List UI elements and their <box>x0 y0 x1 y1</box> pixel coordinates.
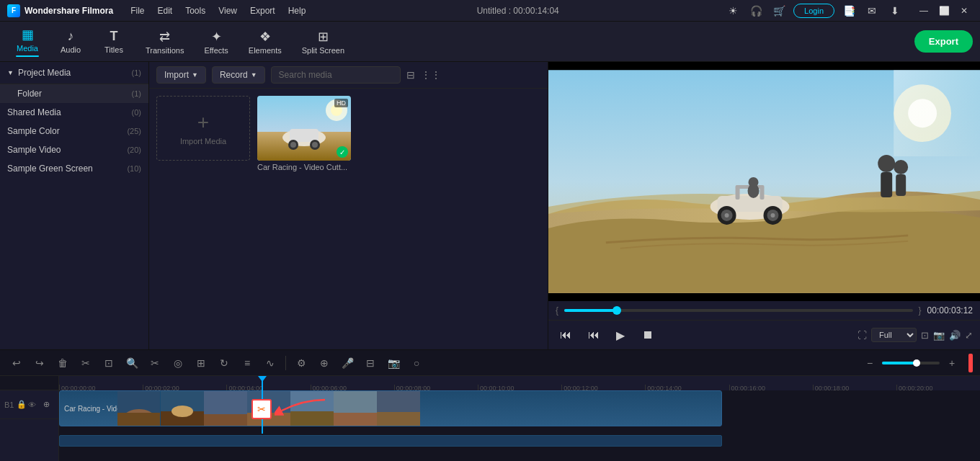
add-track-button[interactable]: ⊕ <box>39 395 54 414</box>
left-panel: ▼ Project Media (1) Folder (1) Shared Me… <box>0 62 149 349</box>
zoom-in-button[interactable]: + <box>943 354 961 372</box>
project-media-count: (1) <box>132 68 141 77</box>
toolbar-item-elements[interactable]: ❖ Elements <box>240 26 290 58</box>
minimize-button[interactable]: — <box>915 2 932 19</box>
waveform-button[interactable]: ∿ <box>261 354 280 372</box>
sun-icon[interactable]: ☀ <box>724 2 741 19</box>
pip-icon[interactable]: ⊡ <box>921 330 929 341</box>
redo-button[interactable]: ↪ <box>30 354 49 372</box>
zoom-bar[interactable] <box>882 362 940 364</box>
sample-video-item[interactable]: Sample Video (20) <box>0 140 148 159</box>
toolbar-item-effects[interactable]: ✦ Effects <box>195 26 236 58</box>
login-button[interactable]: Login <box>793 4 834 18</box>
zoom-handle[interactable] <box>913 359 920 367</box>
grid-icon[interactable]: ⋮⋮ <box>421 69 441 81</box>
settings-icon[interactable]: ⚙ <box>292 354 311 372</box>
menu-export[interactable]: Export <box>244 4 281 17</box>
toolbar-item-audio[interactable]: ♪ Audio <box>50 26 91 57</box>
stop-button[interactable]: ⏹ <box>638 325 658 345</box>
skip-back-button[interactable]: ⏮ <box>556 325 576 345</box>
step-back-button[interactable]: ⏭ <box>583 325 603 345</box>
circle-btn[interactable]: ○ <box>407 354 426 372</box>
media-toolbar: Import ▼ Record ▼ ⊟ ⋮⋮ <box>149 62 548 89</box>
thumb-svg-6 <box>334 391 377 426</box>
cart-icon[interactable]: 🛒 <box>770 2 788 19</box>
svg-rect-30 <box>896 174 906 196</box>
play-button[interactable]: ▶ <box>610 325 631 345</box>
track-eye-button[interactable]: 👁 <box>28 400 36 409</box>
timeline-ruler: 00:00:00:00 00:00:02:00 00:00:04:00 00:0… <box>59 376 980 390</box>
undo-button[interactable]: ↩ <box>7 354 26 372</box>
shared-media-count: (0) <box>132 108 141 117</box>
mosaic-button[interactable]: ⊞ <box>192 354 210 372</box>
import-button[interactable]: Import ▼ <box>156 66 206 84</box>
audio-label: Audio <box>61 45 81 54</box>
close-button[interactable]: ✕ <box>956 2 973 19</box>
project-media-label: Project Media <box>18 68 71 78</box>
delete-button[interactable]: 🗑 <box>53 354 72 372</box>
progress-handle[interactable] <box>612 306 621 315</box>
import-placeholder[interactable]: + Import Media <box>156 96 250 161</box>
search-input[interactable] <box>271 66 401 84</box>
mic-icon[interactable]: 🎤 <box>338 354 357 372</box>
ruler-spacer <box>0 376 58 390</box>
mail-icon[interactable]: ✉ <box>863 2 881 19</box>
folder-label: Folder <box>17 89 42 99</box>
toolbar-item-transitions[interactable]: ⇄ Transitions <box>137 26 192 58</box>
maximize-button[interactable]: ⬜ <box>935 2 953 19</box>
svg-rect-33 <box>117 413 161 426</box>
media-selected-check: ✓ <box>337 146 348 158</box>
crop-button[interactable]: ⊡ <box>99 354 118 372</box>
fullscreen-icon[interactable]: ⛶ <box>858 330 867 341</box>
zoom-select[interactable]: Full 50% 75% 100% <box>871 328 917 342</box>
record-button[interactable]: Record ▼ <box>212 66 265 84</box>
preview-panel: { } 00:00:03:12 ⏮ ⏭ ▶ ⏹ ⛶ Full 50% 75% 1… <box>548 62 980 349</box>
shield-icon[interactable]: ⊕ <box>315 354 334 372</box>
svg-rect-28 <box>881 172 892 197</box>
toolbar-item-titles[interactable]: T Titles <box>94 26 134 57</box>
toolbar-item-media[interactable]: ▦ Media <box>7 24 48 60</box>
zoom-fit-button[interactable]: 🔍 <box>122 354 141 372</box>
snapshot-icon[interactable]: 📷 <box>933 330 945 341</box>
split-button[interactable]: ✂ <box>146 354 164 372</box>
bookmark-icon[interactable]: 📑 <box>840 2 858 19</box>
folder-item[interactable]: Folder (1) <box>0 84 148 103</box>
rotate-button[interactable]: ↻ <box>215 354 233 372</box>
project-title: Untitled : 00:00:14:04 <box>311 6 724 16</box>
track-label-1: B1 🔒 👁 ⊕ <box>0 390 58 419</box>
titles-icon: T <box>110 29 118 44</box>
audio-clip[interactable] <box>59 435 722 447</box>
audio-adj-button[interactable]: ≡ <box>238 354 257 372</box>
volume-icon[interactable]: 🔊 <box>949 330 961 341</box>
download-icon[interactable]: ⬇ <box>886 2 904 19</box>
zoom-out-button[interactable]: − <box>860 354 879 372</box>
shared-media-item[interactable]: Shared Media (0) <box>0 103 148 122</box>
pip-btn[interactable]: ⊟ <box>361 354 380 372</box>
ruler-mark-2: 00:00:02:00 <box>143 385 226 390</box>
expand-icon[interactable]: ⤢ <box>965 330 973 341</box>
time-display: 00:00:03:12 <box>927 305 973 315</box>
titlebar-menu: File Edit Tools View Export Help <box>125 4 311 17</box>
track-lock-button[interactable]: 🔒 <box>17 400 27 409</box>
menu-help[interactable]: Help <box>282 4 312 17</box>
clip-thumb-3 <box>204 391 247 426</box>
menu-view[interactable]: View <box>213 4 243 17</box>
menu-file[interactable]: File <box>125 4 150 17</box>
media-item-car-racing[interactable]: HD ✓ Car Racing - Video Cutt... <box>257 96 351 342</box>
toolbar-item-splitscreen[interactable]: ⊞ Split Screen <box>293 26 353 58</box>
snapshot-btn[interactable]: 📷 <box>384 354 403 372</box>
menu-edit[interactable]: Edit <box>151 4 178 17</box>
progress-fill <box>564 309 617 312</box>
panel-header-title: ▼ Project Media <box>7 68 71 78</box>
export-button[interactable]: Export <box>914 30 973 53</box>
video-clip[interactable]: Car Racing - Video Cutter Demo <box>59 390 722 426</box>
cut-button[interactable]: ✂ <box>76 354 95 372</box>
menu-tools[interactable]: Tools <box>179 4 211 17</box>
filter-icon[interactable]: ⊟ <box>406 69 415 81</box>
headphone-icon[interactable]: 🎧 <box>747 2 765 19</box>
transition-button[interactable]: ◎ <box>169 354 187 372</box>
progress-bar[interactable] <box>564 309 913 312</box>
sample-green-screen-item[interactable]: Sample Green Screen (10) <box>0 159 148 178</box>
import-chevron-icon: ▼ <box>192 71 198 79</box>
sample-color-item[interactable]: Sample Color (25) <box>0 122 148 140</box>
